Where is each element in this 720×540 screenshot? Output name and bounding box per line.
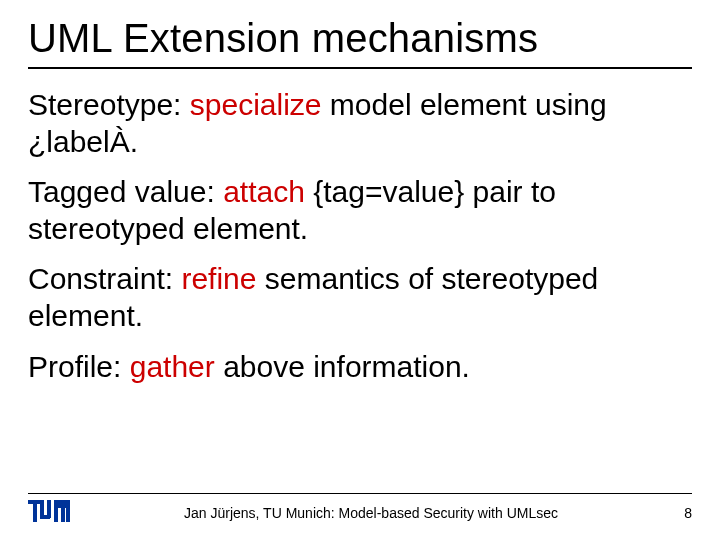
svg-rect-1 [33, 500, 37, 522]
text: Profile: [28, 350, 130, 383]
text: Constraint: [28, 262, 181, 295]
bullet-tagged-value: Tagged value: attach {tag=value} pair to… [28, 174, 692, 247]
text: Tagged value: [28, 175, 223, 208]
keyword-specialize: specialize [190, 88, 322, 121]
slide: UML Extension mechanisms Stereotype: spe… [0, 0, 720, 540]
title-rule [28, 67, 692, 69]
slide-title: UML Extension mechanisms [28, 16, 692, 61]
bullet-constraint: Constraint: refine semantics of stereoty… [28, 261, 692, 334]
footer-text: Jan Jürjens, TU Munich: Model-based Secu… [70, 505, 672, 521]
keyword-attach: attach [223, 175, 305, 208]
footer-rule [28, 493, 692, 494]
svg-rect-8 [61, 504, 65, 522]
text: Stereotype: [28, 88, 190, 121]
footer-row: Jan Jürjens, TU Munich: Model-based Secu… [28, 500, 692, 526]
tum-logo-icon [28, 500, 70, 526]
bullet-profile: Profile: gather above information. [28, 349, 692, 386]
page-number: 8 [672, 505, 692, 521]
slide-body: Stereotype: specialize model element usi… [28, 87, 692, 385]
slide-footer: Jan Jürjens, TU Munich: Model-based Secu… [0, 493, 720, 526]
svg-rect-4 [47, 500, 51, 518]
svg-rect-10 [54, 500, 70, 504]
keyword-gather: gather [130, 350, 215, 383]
keyword-refine: refine [181, 262, 256, 295]
text: above information. [215, 350, 470, 383]
bullet-stereotype: Stereotype: specialize model element usi… [28, 87, 692, 160]
